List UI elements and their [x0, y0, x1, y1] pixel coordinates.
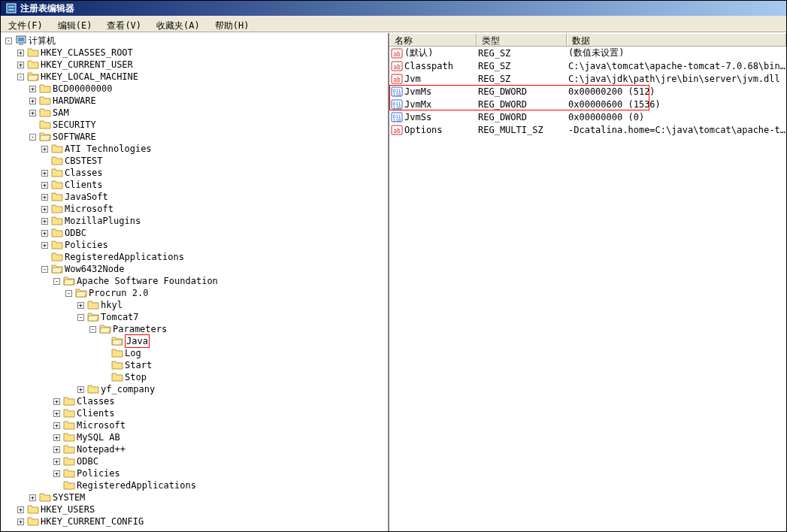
- folder-closed-icon: [63, 455, 75, 467]
- menu-file[interactable]: 文件(F): [4, 18, 47, 29]
- tree-node-regapps1[interactable]: RegisteredApplications: [1, 251, 388, 263]
- tree-node-classes1[interactable]: +Classes: [1, 167, 388, 179]
- tree-pane[interactable]: -计算机+HKEY_CLASSES_ROOT+HKEY_CURRENT_USER…: [1, 33, 389, 531]
- tree-node-java[interactable]: Java: [1, 335, 388, 347]
- tree-node-hkcu[interactable]: +HKEY_CURRENT_USER: [1, 59, 388, 71]
- tree-node-yf[interactable]: +yf_company: [1, 383, 388, 395]
- tree-label: HKEY_LOCAL_MACHINE: [41, 71, 138, 83]
- collapse-icon[interactable]: -: [89, 326, 96, 333]
- tree-node-classes2[interactable]: +Classes: [1, 395, 388, 407]
- collapse-icon[interactable]: -: [5, 38, 12, 44]
- tree-node-mozilla[interactable]: +MozillaPlugins: [1, 215, 388, 227]
- expand-icon[interactable]: +: [41, 170, 48, 177]
- tree-node-clients2[interactable]: +Clients: [1, 407, 388, 419]
- tree-node-policies2[interactable]: +Policies: [1, 467, 388, 479]
- value-data: -Dcatalina.home=C:\java\tomcat\apache-to…: [567, 125, 786, 135]
- value-name: JvmMs: [404, 86, 431, 97]
- tree-node-root[interactable]: -计算机: [1, 35, 388, 47]
- expand-icon[interactable]: +: [17, 506, 24, 513]
- expand-icon[interactable]: +: [41, 206, 48, 213]
- expand-icon[interactable]: +: [29, 494, 36, 501]
- folder-closed-icon: [39, 83, 51, 95]
- expand-icon[interactable]: +: [77, 386, 84, 393]
- tree-node-clients1[interactable]: +Clients: [1, 179, 388, 191]
- expand-icon[interactable]: +: [41, 242, 48, 249]
- tree-node-stop[interactable]: Stop: [1, 371, 388, 383]
- expand-icon[interactable]: +: [53, 434, 60, 441]
- tree-node-hkyl[interactable]: +hkyl: [1, 299, 388, 311]
- tree-node-start[interactable]: Start: [1, 359, 388, 371]
- tree-node-hkcc[interactable]: +HKEY_CURRENT_CONFIG: [1, 515, 388, 527]
- expand-icon[interactable]: +: [41, 182, 48, 189]
- expand-icon[interactable]: +: [53, 446, 60, 453]
- menu-help[interactable]: 帮助(H): [210, 18, 254, 29]
- tree-label: Tomcat7: [101, 311, 139, 323]
- tree-node-hkcr[interactable]: +HKEY_CLASSES_ROOT: [1, 47, 388, 59]
- list-row[interactable]: abOptionsREG_MULTI_SZ-Dcatalina.home=C:\…: [389, 123, 786, 136]
- tree-node-system[interactable]: +SYSTEM: [1, 491, 388, 503]
- tree-node-parameters[interactable]: -Parameters: [1, 323, 388, 335]
- list-row[interactable]: 011110JvmMsREG_DWORD0x00000200 (512): [389, 85, 786, 98]
- expand-icon[interactable]: +: [17, 518, 24, 525]
- tree-node-sam[interactable]: +SAM: [1, 107, 388, 119]
- tree-node-mysql[interactable]: +MySQL AB: [1, 431, 388, 443]
- tree-node-cbstest[interactable]: CBSTEST: [1, 155, 388, 167]
- tree-node-apache[interactable]: -Apache Software Foundation: [1, 275, 388, 287]
- expand-icon[interactable]: +: [41, 230, 48, 237]
- tree-node-log[interactable]: Log: [1, 347, 388, 359]
- expand-icon[interactable]: +: [29, 98, 36, 104]
- col-header-type[interactable]: 类型: [477, 33, 567, 46]
- expand-icon[interactable]: +: [17, 62, 24, 68]
- expand-icon[interactable]: +: [41, 218, 48, 225]
- tree-label: Policies: [77, 467, 120, 479]
- tree-node-policies1[interactable]: +Policies: [1, 239, 388, 251]
- collapse-icon[interactable]: -: [77, 314, 84, 321]
- expand-icon[interactable]: +: [17, 50, 24, 56]
- expand-icon[interactable]: +: [53, 422, 60, 429]
- expand-icon[interactable]: +: [29, 86, 36, 92]
- tree-node-javasoft[interactable]: +JavaSoft: [1, 191, 388, 203]
- tree-node-hku[interactable]: +HKEY_USERS: [1, 503, 388, 515]
- tree-node-wow64[interactable]: -Wow6432Node: [1, 263, 388, 275]
- tree-node-software[interactable]: -SOFTWARE: [1, 131, 388, 143]
- expand-icon[interactable]: +: [53, 470, 60, 477]
- expand-icon[interactable]: +: [29, 110, 36, 116]
- menu-view[interactable]: 查看(V): [102, 18, 146, 29]
- collapse-icon[interactable]: -: [29, 134, 36, 141]
- tree-node-microsoft1[interactable]: +Microsoft: [1, 203, 388, 215]
- tree-node-hardware[interactable]: +HARDWARE: [1, 95, 388, 107]
- tree-node-notepadpp[interactable]: +Notepad++: [1, 443, 388, 455]
- tree-node-procrun[interactable]: -Procrun 2.0: [1, 287, 388, 299]
- expand-icon[interactable]: +: [41, 194, 48, 201]
- collapse-icon[interactable]: -: [41, 266, 48, 273]
- app-icon: [5, 2, 17, 14]
- list-body[interactable]: ab(默认)REG_SZ(数值未设置)abClasspathREG_SZC:\j…: [389, 47, 786, 531]
- menu-edit[interactable]: 编辑(E): [53, 18, 97, 29]
- expand-icon[interactable]: +: [53, 410, 60, 417]
- collapse-icon[interactable]: -: [17, 74, 24, 80]
- expand-icon[interactable]: +: [53, 458, 60, 465]
- tree-node-regapps2[interactable]: RegisteredApplications: [1, 479, 388, 491]
- collapse-icon[interactable]: -: [53, 278, 60, 285]
- expand-icon[interactable]: +: [41, 146, 48, 153]
- tree-node-tomcat7[interactable]: -Tomcat7: [1, 311, 388, 323]
- expand-icon[interactable]: +: [77, 302, 84, 309]
- tree-node-security[interactable]: SECURITY: [1, 119, 388, 131]
- tree-node-hklm[interactable]: -HKEY_LOCAL_MACHINE: [1, 71, 388, 83]
- col-header-name[interactable]: 名称: [389, 33, 477, 46]
- string-value-icon: ab: [391, 47, 403, 59]
- list-row[interactable]: abClasspathREG_SZC:\java\tomcat\apache-t…: [389, 59, 786, 72]
- col-header-data[interactable]: 数据: [567, 33, 786, 46]
- list-row[interactable]: 011110JvmMxREG_DWORD0x00000600 (1536): [389, 98, 786, 110]
- tree-node-ati[interactable]: +ATI Technologies: [1, 143, 388, 155]
- menu-favorites[interactable]: 收藏夹(A): [152, 18, 204, 29]
- expand-icon[interactable]: +: [53, 398, 60, 405]
- collapse-icon[interactable]: -: [65, 290, 72, 297]
- tree-node-odbc1[interactable]: +ODBC: [1, 227, 388, 239]
- tree-node-bcd[interactable]: +BCD00000000: [1, 83, 388, 95]
- list-row[interactable]: abJvmREG_SZC:\java\jdk\path\jre\bin\serv…: [389, 72, 786, 85]
- tree-node-odbc2[interactable]: +ODBC: [1, 455, 388, 467]
- list-row[interactable]: 011110JvmSsREG_DWORD0x00000000 (0): [389, 110, 786, 123]
- tree-node-microsoft2[interactable]: +Microsoft: [1, 419, 388, 431]
- list-row[interactable]: ab(默认)REG_SZ(数值未设置): [389, 47, 786, 59]
